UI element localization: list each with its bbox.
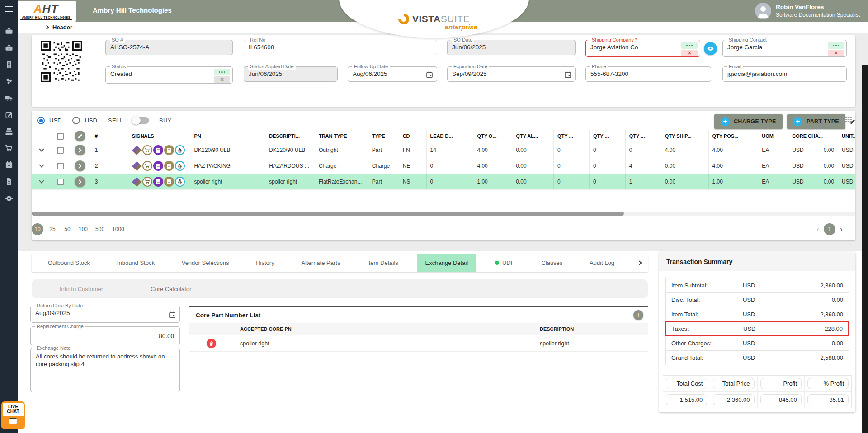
shipping-company-field[interactable]: Shipping Company * Jorge Aviation Co ✕ [585,40,700,57]
toolbox-icon[interactable] [4,43,14,53]
tan-log-signal-icon[interactable] [164,161,174,171]
column-header-core-charge[interactable]: CORE CHA... [788,130,838,142]
purple-log-signal-icon[interactable] [153,161,163,171]
shipping-contact-field[interactable]: Shipping Contact Jorge Garcia ✕ [722,40,847,57]
shipping-company-clear-button[interactable]: ✕ [681,50,698,56]
edit-all-button[interactable] [75,131,85,141]
page-size-option[interactable]: 1000 [110,223,127,235]
money-bag-signal-icon[interactable]: $ [175,145,185,155]
hamburger-menu-icon[interactable] [5,6,13,12]
page-size-option[interactable]: 10 [32,223,43,235]
column-header-qty-o[interactable]: QTY O... [473,130,512,142]
cart-signal-icon[interactable] [142,161,152,171]
status-lookup-button[interactable] [214,69,230,75]
copies-icon[interactable] [4,76,14,86]
cart-signal-icon[interactable] [142,177,152,187]
column-header-qty-al[interactable]: QTY AL... [512,130,554,142]
tab-udf[interactable]: UDF [487,254,523,272]
edit-order-icon[interactable] [4,110,14,120]
core-list-row[interactable]: spoiler right spoiler right [189,335,648,352]
live-chat-widget[interactable]: LIVECHAT [1,401,25,429]
tab-vendor-selections[interactable]: Vendor Selections [174,254,237,272]
exchange-note-field[interactable]: Exchange Note All cores should be return… [30,348,180,392]
tab-outbound-stock[interactable]: Outbound Stock [40,254,98,272]
shipping-company-lookup-button[interactable] [681,42,698,49]
tab-exchange-detail[interactable]: Exchange Detail [417,254,476,272]
open-row-button[interactable] [75,160,85,171]
tan-log-signal-icon[interactable] [164,177,174,187]
shipping-contact-lookup-button[interactable] [828,42,844,49]
register-icon[interactable] [4,127,14,136]
page-size-option[interactable]: 25 [47,223,58,235]
buy-currency-radio[interactable] [72,117,80,124]
money-bag-signal-icon[interactable]: $ [175,177,185,187]
return-core-by-date-field[interactable]: Return Core By Date Aug/09/2025 [30,306,180,323]
exchange-diamond-icon[interactable] [132,145,142,155]
open-row-button[interactable] [75,176,85,187]
cart-signal-icon[interactable] [142,145,152,155]
calendar-icon[interactable] [169,311,176,320]
column-header-tran-type[interactable]: TRAN TYPE [315,130,368,142]
briefcase-icon[interactable] [4,26,14,36]
settings-gear-icon[interactable] [4,193,14,203]
exchange-diamond-icon[interactable] [132,161,142,170]
truck-icon[interactable] [4,93,14,103]
header-expander[interactable]: Header [45,24,72,31]
column-header-signals[interactable]: SIGNALS [130,130,191,142]
expiration-date-field[interactable]: Expiration Date Sep/09/2025 [447,66,576,82]
column-header-qty-pos[interactable]: QTY POS... [709,130,759,142]
column-header-type[interactable]: TYPE [368,130,399,142]
cart-icon[interactable] [4,143,14,153]
edit-columns-icon[interactable] [844,115,855,127]
column-header-description[interactable]: DESCRIPTI... [265,130,315,142]
table-horizontal-scrollbar[interactable] [32,212,855,216]
tab-clauses[interactable]: Clauses [533,254,571,272]
expand-row-icon[interactable] [39,146,44,151]
column-header-uom[interactable]: UOM [758,130,788,142]
company-logo[interactable]: AHT AMBRY HILL TECHNOLOGIES [16,1,76,22]
tab-history[interactable]: History [248,254,282,272]
current-page-button[interactable]: 1 [824,223,835,235]
sell-buy-toggle[interactable] [133,117,149,124]
tab-alternate-parts[interactable]: Alternate Parts [293,254,348,272]
column-header-qty5[interactable]: QTY ... [626,130,661,142]
page-size-option[interactable]: 500 [93,223,107,235]
column-header-qty4[interactable]: QTY ... [590,130,626,142]
delete-core-part-button[interactable] [207,339,216,348]
expand-row-icon[interactable] [39,178,44,183]
status-field[interactable]: Status Created ✕ [105,66,233,84]
column-header-unit[interactable]: UNIT... [838,130,855,142]
calendar-icon[interactable] [564,71,571,80]
subtab-core-calculator[interactable]: Core Calculator [151,286,191,292]
tan-log-signal-icon[interactable] [164,145,174,155]
column-header-qty3[interactable]: QTY ... [554,130,590,142]
tab-item-details[interactable]: Item Details [359,254,406,272]
page-size-option[interactable]: 100 [76,223,90,235]
email-field[interactable]: Email jgarcia@javiation.com [722,66,847,82]
column-header-lead[interactable]: LEAD D... [427,130,474,142]
user-info[interactable]: Robin VanFlores Software Documentation S… [755,3,860,19]
subtab-info-to-customer[interactable]: Info to Customer [60,286,103,292]
replacement-charge-field[interactable]: Replacement Charge 80.00 [30,326,180,345]
building-icon[interactable] [4,60,14,70]
column-header-num[interactable]: # [91,130,130,142]
row-checkbox[interactable] [57,163,64,169]
view-company-button[interactable] [704,42,717,55]
exchange-diamond-icon[interactable] [132,177,142,186]
expand-row-icon[interactable] [39,162,44,167]
table-row[interactable]: 2 $ HAZ PACKING HAZARDOUS ... Charge Cha… [32,158,855,174]
sell-currency-radio[interactable] [37,117,45,124]
table-row-selected[interactable]: 3 $ spoiler right spoiler right FlatRate… [32,174,855,190]
table-row[interactable]: 1 $ DK120/90 ULB DK120/90 ULB Outright P… [32,142,855,158]
tab-audit-log[interactable]: Audit Log [581,254,623,272]
column-header-cd[interactable]: CD [399,130,427,142]
select-all-checkbox[interactable] [57,133,64,140]
previous-page-icon[interactable]: ‹ [816,223,819,235]
column-header-qty-ship[interactable]: QTY SHIP... [661,130,709,142]
status-clear-button[interactable]: ✕ [214,76,230,83]
purple-log-signal-icon[interactable] [153,177,163,187]
page-size-option[interactable]: 50 [61,223,73,235]
shipping-contact-clear-button[interactable]: ✕ [828,50,844,56]
money-bag-signal-icon[interactable]: $ [175,161,185,171]
tab-inbound-stock[interactable]: Inbound Stock [109,254,163,272]
